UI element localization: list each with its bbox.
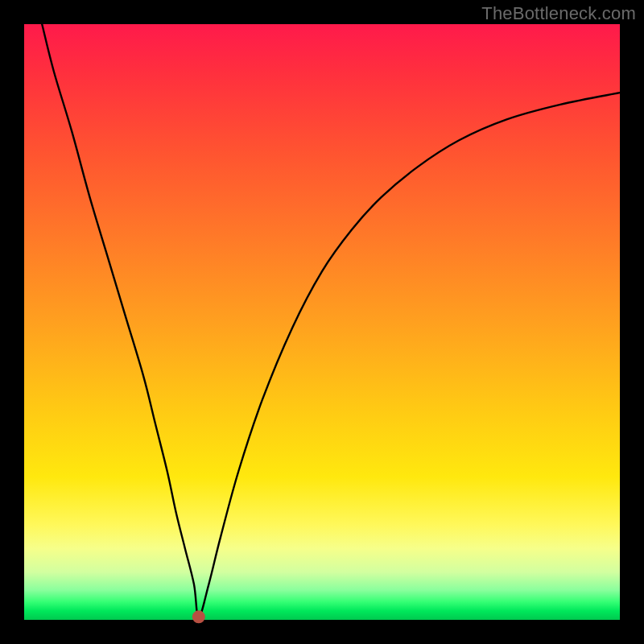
watermark-text: TheBottleneck.com (481, 3, 636, 24)
chart-frame: TheBottleneck.com (0, 0, 644, 644)
chart-overlay (24, 24, 620, 620)
bottleneck-curve (42, 24, 620, 617)
marker-dot (192, 610, 205, 623)
